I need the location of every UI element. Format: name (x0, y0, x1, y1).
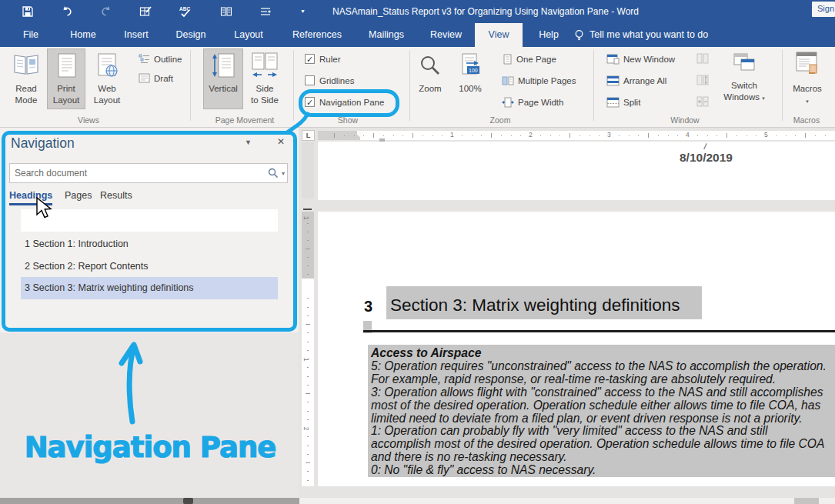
vertical-ruler[interactable]: 112 (302, 142, 314, 498)
formatting-marks-icon[interactable] (259, 5, 272, 18)
vertical-label: Vertical (209, 84, 238, 93)
macros-group-label: Macros (770, 115, 835, 125)
ribbon-tab-design[interactable]: Design (172, 23, 209, 47)
new-window-button[interactable]: New Window (606, 54, 675, 65)
vertical-button[interactable]: Vertical (203, 48, 243, 109)
arrange-all-icon (606, 75, 620, 86)
page-width-button[interactable]: Page Width (502, 97, 563, 108)
cut-off-text: / (703, 142, 707, 151)
ribbon-tab-home[interactable]: Home (66, 23, 100, 47)
split-icon (606, 97, 620, 108)
ruler-number: 3 (607, 131, 611, 139)
switch-windows-label2: Windows (723, 92, 760, 102)
zoom-group-label: Zoom (462, 115, 539, 125)
ribbon-tab-help[interactable]: Help (533, 23, 564, 47)
window-group-label: Window (646, 115, 723, 125)
ruler-number: 5 (764, 131, 768, 139)
ribbon-tab-layout[interactable]: Layout (230, 23, 267, 47)
ruler-number: 1 (302, 358, 310, 362)
ribbon-tab-file[interactable]: File (17, 23, 45, 47)
macros-icon (796, 52, 819, 76)
save-icon[interactable] (22, 5, 34, 18)
annotation-arrow (108, 337, 162, 426)
side-to-side-icon (251, 52, 279, 78)
customize-qat-icon[interactable]: ▼ (300, 8, 306, 14)
horizontal-ruler[interactable]: L 12345 (300, 129, 835, 142)
new-window-label: New Window (623, 55, 675, 64)
document-body-line: limited need to deviate from a filed pla… (371, 412, 835, 426)
document-area: L 12345 112 / 8/10/2019 3 Section 3: Mat… (299, 128, 835, 498)
document-body-line: accomplish most of the desired operation… (371, 438, 835, 451)
web-layout-label: Web Layout (94, 84, 121, 105)
redo-icon[interactable] (100, 5, 112, 18)
document-body-line: 0: No "file & fly" access to NAS necessa… (371, 464, 835, 477)
zoom-100-label: 100% (459, 84, 481, 93)
view-side-by-side-icon[interactable] (696, 53, 709, 64)
macros-button[interactable]: Macros▾ (790, 49, 825, 108)
draw-table-icon[interactable] (139, 5, 152, 18)
section-heading: Section 3: Matrix weighting definitions (390, 295, 680, 315)
multiple-pages-label: Multiple Pages (518, 76, 576, 85)
word-application-window: ABC ▼ NASAmain_Status Report v3 for Orga… (0, 0, 835, 504)
tell-me-label: Tell me what you want to do (590, 23, 708, 47)
sign-in-button[interactable]: Sign in (812, 2, 835, 17)
document-body-line: 1: Operation can probably fly with "very… (371, 425, 835, 438)
read-mode-button[interactable]: Read Mode (8, 49, 45, 108)
ribbon-tab-review[interactable]: Review (428, 23, 464, 47)
svg-text:100: 100 (469, 68, 478, 73)
arrange-all-label: Arrange All (623, 76, 666, 85)
ruler-number: 2 (302, 427, 310, 431)
one-page-label: One Page (516, 55, 556, 64)
outline-button[interactable]: Outline (139, 54, 182, 64)
gridlines-checkbox[interactable] (305, 75, 315, 85)
bottom-strip-left (0, 498, 299, 504)
document-date: 8/10/2019 (680, 151, 733, 165)
switch-windows-button[interactable]: SwitchWindows ▾ (722, 49, 767, 108)
print-layout-button[interactable]: Print Layout (47, 48, 85, 109)
ribbon-tab-bar: FileHomeInsertDesignLayoutReferencesMail… (0, 23, 835, 47)
print-preview-icon[interactable] (220, 5, 232, 18)
bottom-strip-right (299, 498, 835, 504)
reset-window-position-icon[interactable] (696, 96, 709, 107)
bottom-small-icon (183, 498, 193, 504)
ruler-number: 2 (529, 131, 533, 139)
undo-icon[interactable] (61, 5, 73, 18)
read-mode-icon (13, 53, 39, 76)
arrange-all-button[interactable]: Arrange All (606, 75, 666, 86)
outline-icon (139, 54, 150, 64)
draft-label: Draft (154, 74, 173, 83)
synchronous-scrolling-icon[interactable] (696, 75, 709, 85)
ribbon-tab-insert[interactable]: Insert (120, 23, 152, 47)
side-to-side-button[interactable]: Sideto Side (245, 49, 284, 108)
gridlines-checkbox-row[interactable]: Gridlines (305, 75, 354, 85)
ruler-label: Ruler (319, 55, 340, 64)
title-bar: ABC ▼ NASAmain_Status Report v3 for Orga… (0, 0, 835, 23)
print-layout-label: Print Layout (53, 84, 80, 105)
spelling-grammar-icon[interactable]: ABC (179, 5, 192, 18)
ruler-checkbox-row[interactable]: ✓ Ruler (305, 54, 340, 64)
access-to-airspace-block: Access to Airspace5: Operation requires … (368, 345, 835, 477)
macros-label: Macros (793, 84, 822, 93)
heading-number: 3 (364, 298, 372, 315)
web-layout-button[interactable]: Web Layout (88, 49, 126, 108)
document-page-2[interactable]: 3 Section 3: Matrix weighting definition… (318, 212, 835, 486)
zoom-label: Zoom (419, 84, 441, 93)
ribbon-tab-mailings[interactable]: Mailings (365, 23, 408, 47)
bottom-scrollbox[interactable] (794, 498, 819, 504)
split-button[interactable]: Split (606, 97, 640, 108)
multiple-pages-button[interactable]: Multiple Pages (502, 75, 576, 86)
ribbon-tab-references[interactable]: References (290, 23, 344, 47)
tell-me-box[interactable]: Tell me what you want to do (574, 23, 708, 47)
ribbon-tab-view[interactable]: View (475, 23, 523, 47)
switch-windows-label: Switch (731, 81, 757, 90)
draft-button[interactable]: Draft (139, 73, 173, 83)
zoom-100-button[interactable]: 100 100% (453, 49, 488, 108)
one-page-button[interactable]: One Page (502, 54, 556, 65)
document-page-1[interactable]: / 8/10/2019 (318, 142, 835, 200)
page-width-label: Page Width (518, 98, 563, 107)
ruler-checkbox[interactable]: ✓ (305, 54, 315, 64)
zoom-button[interactable]: Zoom (414, 49, 446, 108)
split-label: Split (623, 98, 640, 107)
side-to-side-label2: to Side (251, 95, 279, 105)
one-page-icon (502, 54, 513, 65)
